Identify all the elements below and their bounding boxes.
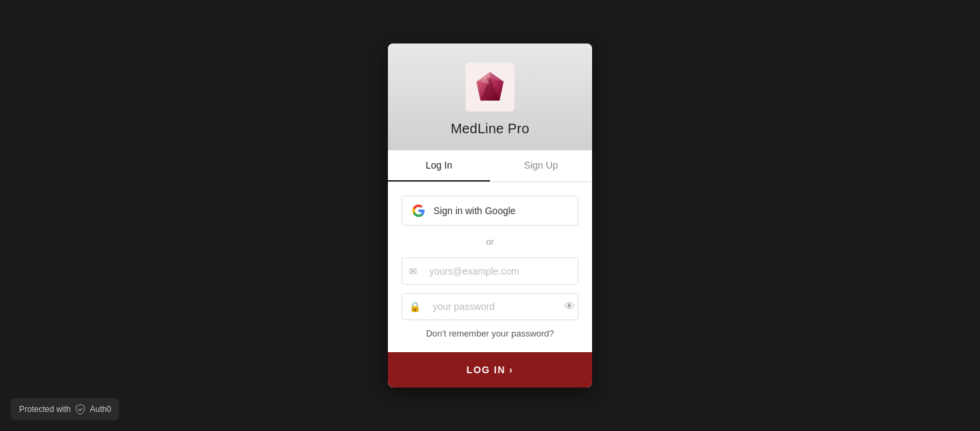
tabs-container: Log In Sign Up <box>388 150 592 182</box>
protected-badge: Protected with Auth0 <box>11 398 119 420</box>
login-card: MedLine Pro Log In Sign Up Sign in with … <box>388 44 592 387</box>
email-input-group: ✉ <box>402 258 578 285</box>
tab-signup[interactable]: Sign Up <box>490 150 592 182</box>
card-header: MedLine Pro <box>388 44 592 150</box>
or-divider: or <box>402 237 578 247</box>
app-logo <box>466 63 514 111</box>
gem-icon <box>474 69 506 105</box>
shield-icon <box>75 404 86 415</box>
google-signin-label: Sign in with Google <box>434 205 516 216</box>
protected-label: Protected with <box>19 404 71 414</box>
email-input[interactable] <box>424 258 578 284</box>
tab-login[interactable]: Log In <box>388 150 490 182</box>
auth0-label: Auth0 <box>90 404 111 414</box>
google-signin-button[interactable]: Sign in with Google <box>402 196 578 226</box>
card-body: Sign in with Google or ✉ 🔒 👁 Don't remem… <box>388 182 592 339</box>
forgot-password-link[interactable]: Don't remember your password? <box>402 328 578 339</box>
app-title: MedLine Pro <box>451 121 529 137</box>
email-icon: ✉ <box>402 266 424 277</box>
password-input[interactable] <box>427 294 557 320</box>
lock-icon: 🔒 <box>402 301 427 312</box>
show-password-icon[interactable]: 👁 <box>557 300 582 313</box>
google-icon <box>412 204 425 218</box>
login-button[interactable]: LOG IN › <box>388 352 592 387</box>
password-input-group: 🔒 👁 <box>402 293 578 320</box>
